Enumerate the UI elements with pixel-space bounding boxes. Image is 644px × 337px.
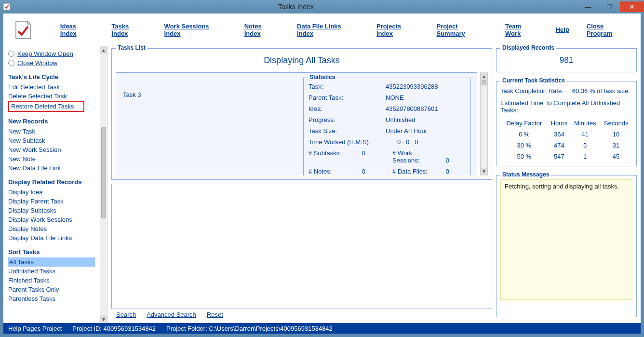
lbl-df: # Data Files: <box>392 168 440 175</box>
stats-legend: Statistics <box>308 74 337 81</box>
display-data-file-links[interactable]: Display Data File Links <box>8 233 98 243</box>
search-input[interactable] <box>111 184 492 310</box>
lbl-parent: Parent Task: <box>309 94 386 101</box>
menu-close-program[interactable]: Close Program <box>587 23 631 37</box>
lbl-size: Task Size: <box>309 127 386 135</box>
menu-team-work[interactable]: Team Work <box>505 23 538 37</box>
val-progress: Unfinished <box>386 116 415 123</box>
new-note[interactable]: New Note <box>8 154 98 163</box>
close-window-radio[interactable] <box>8 60 14 66</box>
sort-unfinished[interactable]: Unfinished Tasks <box>8 267 98 276</box>
edit-selected-task[interactable]: Edit Selected Task <box>8 82 98 92</box>
sidebar: Keep Window Open Close Window Task's Lif… <box>3 46 100 323</box>
minimize-button[interactable]: — <box>577 1 599 12</box>
display-subtasks[interactable]: Display Subtasks <box>8 206 98 215</box>
statusbar: Help Pages Project Project ID: 400956931… <box>3 323 641 334</box>
time-estimate-table: Delay Factor Hours Minutes Seconds 0 % 3… <box>500 118 632 162</box>
app-icon <box>3 3 11 11</box>
displayed-records-legend: Displayed Records <box>500 44 556 51</box>
display-idea[interactable]: Display Idea <box>8 188 98 197</box>
table-row: 50 % 547 1 45 <box>500 151 632 162</box>
val-time: 0 : 0 : 0 <box>386 138 418 146</box>
status-messages-panel: Status Messages Fetching, sorting and di… <box>496 175 637 317</box>
status-message-text: Fetching, sorting and displaying all tas… <box>500 179 632 300</box>
scroll-up-icon[interactable]: ▲ <box>100 46 107 54</box>
task-statistics: Statistics Task:435223093396288 Parent T… <box>303 78 471 175</box>
sort-finished[interactable]: Finished Tasks <box>8 276 98 285</box>
displayed-records-count: 981 <box>500 53 632 68</box>
display-notes[interactable]: Display Notes <box>8 224 98 233</box>
keep-window-open-radio[interactable] <box>8 51 14 57</box>
new-work-session[interactable]: New Work Session <box>8 145 98 154</box>
lbl-subtasks: # Subtasks: <box>309 149 356 157</box>
lbl-task: Task: <box>309 83 386 90</box>
displayed-records-panel: Displayed Records 981 <box>496 48 637 72</box>
val-df: 0 <box>440 168 449 175</box>
scroll-down-icon[interactable]: ▼ <box>481 168 487 175</box>
task-name: Task 3 <box>122 78 295 175</box>
search-link[interactable]: Search <box>116 311 136 318</box>
delete-selected-task[interactable]: Delete Selected Task <box>8 92 98 101</box>
window-title: Tasks Index <box>14 3 577 11</box>
val-ws: 0 <box>440 157 449 164</box>
completion-rate-label: Task Completion Rate: <box>500 87 564 94</box>
reset-link[interactable]: Reset <box>207 311 223 318</box>
estimated-time-label: Estimated Time To Complete All Unfinishe… <box>500 99 632 118</box>
val-notes: 0 <box>356 168 365 175</box>
status-messages-legend: Status Messages <box>500 171 551 178</box>
new-task[interactable]: New Task <box>8 127 98 136</box>
restore-deleted-tasks[interactable]: Restore Deleted Tasks <box>8 101 84 112</box>
menu-tasks-index[interactable]: Tasks Index <box>111 23 147 37</box>
section-new-records: New Records <box>8 112 98 127</box>
lbl-ws: # Work Sessions: <box>392 149 440 164</box>
keep-window-open-label[interactable]: Keep Window Open <box>17 50 73 57</box>
display-work-sessions[interactable]: Display Work Sessions <box>8 215 98 224</box>
scroll-down-icon[interactable]: ▼ <box>100 315 107 323</box>
tasks-list-title: Displaying All Tasks <box>116 53 488 72</box>
scroll-up-icon[interactable]: ▲ <box>481 72 487 80</box>
sort-parentless[interactable]: Parentless Tasks <box>8 294 98 303</box>
val-subtasks: 0 <box>356 149 365 157</box>
val-size: Under An Hour <box>386 127 427 135</box>
sort-parent-only[interactable]: Parent Tasks Only <box>8 285 98 294</box>
tasks-list-legend: Tasks List <box>116 44 148 51</box>
new-data-file-link[interactable]: New Data File Link <box>8 163 98 173</box>
tasks-scrollbar[interactable]: ▲ ▼ <box>480 72 488 175</box>
menubar: Ideas Index Tasks Index Work Sessions In… <box>3 13 641 46</box>
display-parent-task[interactable]: Display Parent Task <box>8 197 98 206</box>
maximize-button[interactable]: ☐ <box>599 1 620 12</box>
menu-notes-index[interactable]: Notes Index <box>244 23 280 37</box>
close-button[interactable]: ✕ <box>620 1 644 12</box>
val-idea: 435207800887601 <box>386 105 438 112</box>
section-tasks-life-cycle: Task's Life Cycle <box>8 67 98 82</box>
titlebar: Tasks Index — ☐ ✕ <box>0 0 644 13</box>
sort-all-tasks[interactable]: All Tasks <box>8 257 95 267</box>
task-card[interactable]: Task 3 Statistics Task:435223093396288 P… <box>116 72 477 175</box>
menu-ideas-index[interactable]: Ideas Index <box>60 23 94 37</box>
sidebar-scrollbar[interactable]: ▲ ▼ <box>100 46 107 323</box>
close-window-label[interactable]: Close Window <box>17 59 57 67</box>
lbl-time: Time Worked (H:M:S): <box>309 138 386 146</box>
section-display-related: Display Related Records <box>8 173 98 188</box>
th-delay: Delay Factor <box>500 118 548 129</box>
completion-rate-value: 60.36 % of task size. <box>572 87 630 94</box>
menu-data-file-links-index[interactable]: Data File Links Index <box>297 23 359 37</box>
menu-projects-index[interactable]: Projects Index <box>376 23 419 37</box>
current-task-statistics-legend: Current Task Statistics <box>500 77 567 84</box>
status-project-id: Project ID: 400956931534842 <box>72 325 156 332</box>
current-task-statistics-panel: Current Task Statistics Task Completion … <box>496 81 637 166</box>
logo-icon <box>11 18 34 41</box>
status-help-link[interactable]: Help Pages Project <box>8 325 62 332</box>
menu-work-sessions-index[interactable]: Work Sessions Index <box>164 23 227 37</box>
new-subtask[interactable]: New Subtask <box>8 136 98 145</box>
menu-help[interactable]: Help <box>556 26 569 33</box>
section-sort-tasks: Sort Tasks <box>8 243 98 257</box>
th-seconds: Seconds <box>600 118 632 129</box>
status-project-folder: Project Folder: C:\Users\Darren\Projects… <box>166 325 333 332</box>
lbl-idea: Idea: <box>309 105 386 112</box>
advanced-search-link[interactable]: Advanced Search <box>147 311 196 318</box>
menu-project-summary[interactable]: Project Summary <box>437 23 488 37</box>
th-minutes: Minutes <box>570 118 600 129</box>
val-task: 435223093396288 <box>386 83 438 90</box>
table-row: 0 % 364 41 10 <box>500 129 632 140</box>
